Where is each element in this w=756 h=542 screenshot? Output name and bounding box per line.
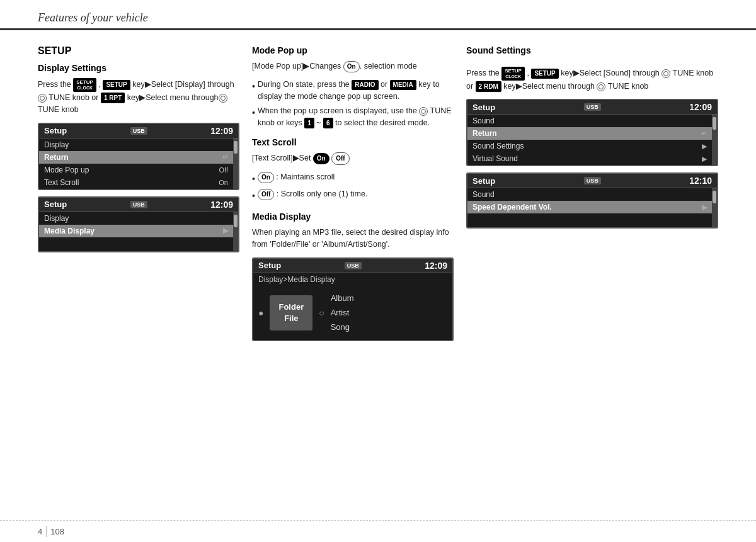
screen-sound-menu: Setup USB 12:09 Sound Return ↵ Sound Set…: [466, 99, 718, 166]
sound-screen2-time: 12:10: [689, 176, 712, 186]
sound-screen1-row-virtual: Virtual Sound ▶: [467, 152, 712, 165]
sound-screen2-header: Setup USB 12:10: [467, 174, 717, 188]
sound-screen2-scrolltrack: [712, 188, 717, 227]
screen2-row-empty: [39, 237, 233, 251]
screen-media-display: Setup USB 12:09 Display>Media Display ● …: [252, 257, 454, 341]
mode-popup-title: Mode Pop up: [252, 45, 454, 55]
mode-popup-body: [Mode Pop up]▶Changes On. selection mode: [252, 60, 454, 72]
sound-screen2-scrollthumb: [713, 191, 716, 203]
sound-screen2-row-empty: [467, 213, 712, 227]
setup-badge2: SETUP: [531, 69, 558, 79]
column-left: SETUP Display Settings Press the SETUPCL…: [38, 45, 252, 341]
screen-display-header: Setup USB 12:09: [39, 124, 238, 138]
screen2-header: Setup USB 12:09: [39, 198, 238, 212]
tune-knob2-icon: [219, 94, 227, 103]
screen-row-mode-popup: Mode Pop up Off: [39, 164, 233, 176]
media-arrow: ▶: [223, 227, 228, 235]
footer-num1: 4: [38, 527, 42, 536]
screen-time: 12:09: [210, 126, 233, 136]
screen-media-sub-header: Display>Media Display: [253, 273, 452, 286]
screen2-rows-container: Display Media Display ▶: [39, 212, 238, 251]
setup-main-title: SETUP: [38, 45, 239, 57]
screen-sound-menu2: Setup USB 12:10 Sound Speed Dependent Vo…: [466, 172, 718, 229]
sound-screen1-rows: Sound Return ↵ Sound Settings ▶ Virtual …: [467, 115, 712, 165]
media-radio2: ○: [319, 308, 324, 318]
sound-screen1-usb: USB: [584, 103, 601, 111]
tune-knob4-icon: [597, 82, 605, 91]
sound-screen2-row-speed: Speed Dependent Vol. ▶: [467, 201, 712, 213]
tune-knob3-icon: [662, 69, 670, 78]
screen-media-time: 12:09: [425, 261, 447, 271]
tune-knob-icon: [38, 94, 47, 103]
setup-clock-badge: SETUPCLOCK: [73, 78, 96, 92]
screen-rows-container: Display Return ↵ Mode Pop up Off Text Sc…: [39, 138, 238, 189]
text-scroll-val: On: [219, 179, 228, 186]
setup-badge: SETUP: [103, 80, 130, 90]
on-outline2-badge: On: [258, 172, 274, 183]
main-content: SETUP Display Settings Press the SETUPCL…: [0, 30, 756, 354]
sound-screen1-header: Setup USB 12:09: [467, 100, 717, 115]
sound-screen1-row-soundsettings: Sound Settings ▶: [467, 140, 712, 152]
key1-badge: 1: [304, 118, 314, 128]
text-scroll-section: Text Scroll [Text Scroll]▶Set On Off • O…: [252, 137, 454, 203]
sound-settings-body: Press the SETUPCLOCK , SETUP key▶Select …: [466, 67, 718, 93]
screen-media-header: Setup USB 12:09: [253, 259, 452, 273]
page-footer: 4 108: [0, 520, 756, 542]
mode-popup-bullet1: • During On state, press the RADIO or ME…: [252, 79, 454, 103]
screen2-title: Setup: [44, 200, 67, 209]
sound-settings-arrow: ▶: [702, 142, 707, 150]
on-badge: On: [313, 153, 329, 164]
sound-screen1-scrollthumb: [713, 117, 716, 130]
virtual-sound-arrow: ▶: [702, 155, 707, 163]
text-scroll-bullet2: • Off : Scrolls only one (1) time.: [252, 188, 454, 203]
screen2-row-media: Media Display ▶: [39, 225, 233, 237]
column-right: Sound Settings Press the SETUPCLOCK , SE…: [466, 45, 718, 341]
page-header: Features of your vehicle: [0, 0, 756, 30]
off-outline-badge: Off: [258, 189, 274, 200]
screen-rows: Display Return ↵ Mode Pop up Off Text Sc…: [39, 138, 233, 189]
screen2-row-display: Display: [39, 212, 233, 225]
screen-scrolltrack: [233, 138, 238, 189]
1rpt-badge: 1 RPT: [101, 93, 125, 104]
sound-screen2-usb: USB: [584, 177, 601, 184]
off-badge: Off: [331, 152, 349, 165]
screen2-scrollthumb: [234, 215, 238, 227]
sound-screen1-row-return: Return ↵: [467, 127, 712, 140]
mode-popup-bullet2: • When the pop up screen is displayed, u…: [252, 105, 454, 129]
sound-screen1-row-sound: Sound: [467, 115, 712, 127]
key6-badge: 6: [323, 118, 333, 128]
screen-media-display-menu: Setup USB 12:09 Display Media Display ▶: [38, 196, 239, 252]
footer-num2: 108: [50, 527, 64, 536]
screen-media-usb: USB: [345, 262, 362, 269]
media-badge: MEDIA: [390, 80, 416, 90]
sound-screen2-rows-container: Sound Speed Dependent Vol. ▶: [467, 188, 717, 227]
sound-screen2-rows: Sound Speed Dependent Vol. ▶: [467, 188, 712, 227]
text-scroll-bullet1: • On : Maintains scroll: [252, 171, 454, 186]
display-settings-title: Display Settings: [38, 63, 239, 73]
screen-row-text-scroll: Text Scroll On: [39, 176, 233, 189]
return-arrow: ↵: [222, 153, 228, 161]
sound-return-arrow: ↵: [701, 130, 707, 138]
screen-scrollthumb: [234, 141, 238, 154]
on-outline-badge: On: [343, 61, 360, 72]
screen-media-setup: Setup: [258, 261, 281, 270]
screen2-time: 12:09: [210, 200, 233, 210]
page-title: Features of your vehicle: [38, 11, 148, 24]
sound-screen1-time: 12:09: [689, 102, 712, 112]
setup-clock-badge2: SETUPCLOCK: [501, 67, 525, 81]
media-display-body: When playing an MP3 file, select the des…: [252, 227, 454, 251]
text-scroll-body: [Text Scroll]▶Set On Off: [252, 152, 454, 165]
column-middle: Mode Pop up [Mode Pop up]▶Changes On. se…: [252, 45, 466, 341]
mode-popup-section: Mode Pop up [Mode Pop up]▶Changes On. se…: [252, 45, 454, 128]
sound-screen2-row-sound: Sound: [467, 188, 712, 201]
radio-badge: RADIO: [352, 80, 378, 90]
screen2-scrolltrack: [233, 212, 238, 251]
screen-setup-title: Setup: [44, 126, 67, 135]
footer-separator: [46, 526, 47, 537]
screen2-rows: Display Media Display ▶: [39, 212, 233, 251]
album-artist-song: AlbumArtistSong: [331, 291, 354, 335]
screen2-usb: USB: [130, 201, 147, 208]
sound-screen1-scrolltrack: [712, 115, 717, 165]
media-body: ● Folder File ○ AlbumArtistSong: [253, 286, 452, 340]
display-settings-body: Press the SETUPCLOCK , SETUP key▶Select …: [38, 78, 239, 116]
